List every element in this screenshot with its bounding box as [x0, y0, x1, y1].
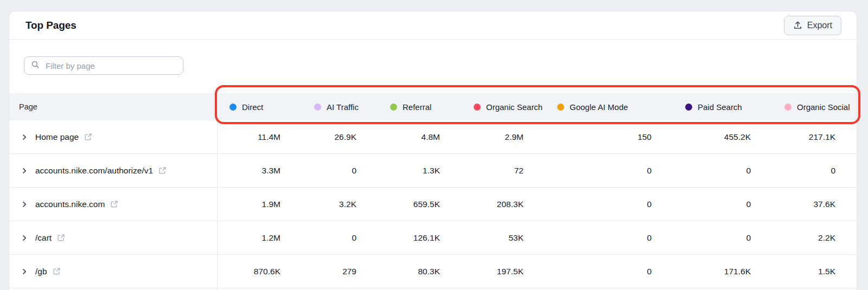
cell-organic-search: 208.3K	[462, 188, 545, 221]
page-name: /gb	[35, 267, 47, 276]
table-row[interactable]: /gb 870.6K 279 80.3K 197.5K 0 171.6K 1.5…	[9, 255, 857, 288]
column-header-organic-search[interactable]: Organic Search	[462, 93, 545, 120]
page-name: accounts.nike.com	[35, 199, 105, 209]
filter-field[interactable]	[24, 56, 183, 75]
cell-organic-social: 0	[773, 154, 857, 187]
export-button-label: Export	[807, 21, 832, 30]
cell-referral: 4.8M	[378, 120, 462, 153]
column-header-label: Paid Search	[698, 102, 742, 112]
external-link-icon[interactable]	[53, 267, 61, 275]
legend-dot-organic-social	[784, 104, 792, 111]
page-title: Top Pages	[25, 20, 76, 31]
column-header-label: Referral	[403, 102, 431, 112]
cell-organic-social: 1.5K	[773, 255, 857, 288]
cell-direct: 1.2M	[218, 221, 302, 254]
export-icon	[793, 21, 802, 30]
cell-paid-search: 455.2K	[673, 120, 773, 153]
chevron-right-icon[interactable]	[21, 134, 28, 140]
cell-organic-search: 53K	[462, 221, 545, 254]
cell-paid-search: 0	[673, 221, 773, 254]
cell-ai-traffic: 26.9K	[302, 120, 378, 153]
legend-dot-organic-search	[474, 104, 481, 111]
cell-organic-search: 197.5K	[462, 255, 545, 288]
table-header-row: Page Direct AI Traffic Referral Organic …	[9, 93, 857, 120]
cell-google-ai-mode: 0	[545, 221, 673, 254]
chevron-right-icon[interactable]	[21, 201, 28, 208]
cell-google-ai-mode: 0	[545, 188, 673, 221]
panel-header: Top Pages Export	[9, 11, 857, 40]
export-button[interactable]: Export	[784, 16, 841, 35]
legend-dot-ai-traffic	[314, 104, 321, 111]
column-header-label: Organic Search	[486, 102, 542, 112]
cell-organic-social: 37.6K	[773, 188, 857, 221]
search-icon	[31, 60, 40, 71]
top-pages-panel: Top Pages Export Page	[9, 11, 857, 290]
cell-ai-traffic: 0	[302, 221, 378, 254]
column-header-ai-traffic[interactable]: AI Traffic	[302, 93, 378, 120]
column-header-referral[interactable]: Referral	[378, 93, 462, 120]
cell-referral: 1.3K	[378, 154, 462, 187]
column-header-google-ai-mode[interactable]: Google AI Mode	[545, 93, 673, 120]
external-link-icon[interactable]	[158, 166, 167, 175]
cell-organic-search: 2.9M	[462, 120, 545, 153]
cell-google-ai-mode: 0	[545, 154, 673, 187]
cell-ai-traffic: 3.2K	[302, 188, 378, 221]
chevron-right-icon[interactable]	[21, 268, 28, 275]
column-header-page[interactable]: Page	[9, 93, 218, 120]
cell-direct: 11.4M	[218, 120, 302, 153]
external-link-icon[interactable]	[84, 133, 92, 141]
legend-dot-paid-search	[685, 104, 692, 111]
column-header-organic-social[interactable]: Organic Social	[773, 93, 857, 120]
cell-direct: 870.6K	[218, 255, 302, 288]
column-header-paid-search[interactable]: Paid Search	[673, 93, 773, 120]
column-header-direct[interactable]: Direct	[218, 93, 302, 120]
legend-dot-direct	[229, 104, 237, 111]
table-row[interactable]: accounts.nike.com 1.9M 3.2K 659.5K 208.3…	[9, 188, 857, 221]
column-header-label: Organic Social	[797, 102, 850, 112]
cell-direct: 3.3M	[218, 154, 302, 187]
column-header-label: Google AI Mode	[570, 102, 628, 112]
cell-google-ai-mode: 150	[545, 120, 673, 153]
page-name: accounts.nike.com/authorize/v1	[35, 166, 153, 176]
cell-paid-search: 0	[673, 154, 773, 187]
chevron-right-icon[interactable]	[21, 235, 28, 241]
page-name: Home page	[35, 132, 79, 142]
column-header-label: Direct	[242, 102, 263, 112]
cell-direct: 1.9M	[218, 188, 302, 221]
page-name: /cart	[35, 233, 52, 243]
cell-organic-social: 2.2K	[773, 221, 857, 254]
cell-ai-traffic: 279	[302, 255, 378, 288]
chevron-right-icon[interactable]	[21, 167, 28, 174]
filter-input[interactable]	[44, 61, 176, 71]
table-row[interactable]: accounts.nike.com/authorize/v1 3.3M 0 1.…	[9, 154, 857, 188]
external-link-icon[interactable]	[57, 234, 65, 242]
cell-paid-search: 171.6K	[673, 255, 773, 288]
cell-referral: 80.3K	[378, 255, 462, 288]
cell-referral: 126.1K	[378, 221, 462, 254]
cell-google-ai-mode: 0	[545, 255, 673, 288]
cell-referral: 659.5K	[378, 188, 462, 221]
cell-ai-traffic: 0	[302, 154, 378, 187]
cell-organic-search: 72	[462, 154, 545, 187]
table-row[interactable]: Home page 11.4M 26.9K 4.8M 2.9M 150 455.…	[9, 120, 857, 154]
legend-dot-google-ai-mode	[557, 104, 564, 111]
filter-area	[9, 40, 857, 93]
legend-dot-referral	[390, 104, 397, 111]
cell-paid-search: 0	[673, 188, 773, 221]
table-row[interactable]: /cart 1.2M 0 126.1K 53K 0 0 2.2K	[9, 221, 857, 255]
external-link-icon[interactable]	[110, 200, 118, 208]
cell-organic-social: 217.1K	[773, 120, 857, 153]
column-header-label: AI Traffic	[327, 102, 359, 112]
